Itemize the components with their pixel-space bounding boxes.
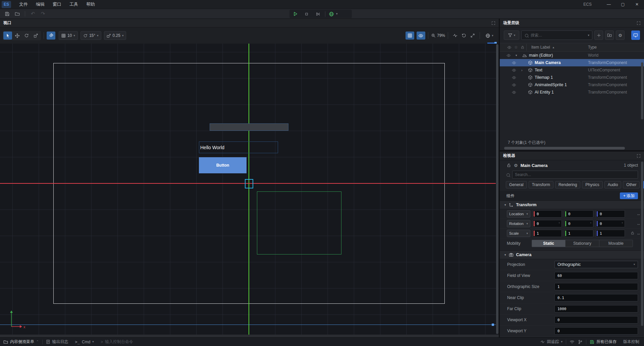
field-of-view-field[interactable] <box>554 272 638 279</box>
output-log-button[interactable]: 输出日志 <box>43 339 72 345</box>
scale-dropdown[interactable]: Scale ▾ <box>507 230 530 237</box>
blue-guide-handle[interactable] <box>492 324 494 326</box>
link-axes-icon[interactable]: ↔ <box>637 212 641 216</box>
scale-x-field[interactable] <box>533 230 562 237</box>
tab-rendering[interactable]: Rendering <box>555 181 580 188</box>
lock-scale-icon[interactable] <box>631 231 635 235</box>
visibility-column-icon[interactable] <box>507 45 512 50</box>
add-entity-button[interactable] <box>594 31 603 40</box>
menu-help[interactable]: 帮助 <box>82 0 99 9</box>
viewport-x-field[interactable] <box>554 316 638 324</box>
text-entity[interactable]: Hello World <box>199 141 278 153</box>
table-row-selected[interactable]: Main Camera TransformComponent <box>500 59 644 66</box>
table-row[interactable]: AnimatedSprite 1 TransformComponent <box>500 81 644 89</box>
fullscreen-icon[interactable] <box>637 154 641 158</box>
scale-y-field[interactable] <box>564 230 593 237</box>
rotation-x-field[interactable]: ° <box>533 220 562 227</box>
column-type[interactable]: Type <box>588 45 597 50</box>
menu-tools[interactable]: 工具 <box>65 0 82 9</box>
rotation-dropdown[interactable]: Rotation ▾ <box>507 220 530 227</box>
location-z-field[interactable] <box>596 210 625 218</box>
visibility-icon[interactable] <box>512 90 516 95</box>
stop-button[interactable] <box>301 10 312 18</box>
hierarchy-settings-button[interactable]: ⚙ <box>616 31 625 40</box>
far-clip-field[interactable] <box>554 305 638 312</box>
content-drawer-button[interactable]: 内容侧滑菜单 ⌃ <box>0 339 42 345</box>
table-row[interactable]: Tilemap 1 TransformComponent <box>500 74 644 81</box>
snap-toggle-button[interactable] <box>47 32 55 40</box>
chevron-right-icon[interactable]: › <box>521 68 523 72</box>
link-axes-icon[interactable]: ↔ <box>637 231 641 236</box>
projection-select[interactable]: Orthographic ▾ <box>554 261 638 268</box>
tab-physics[interactable]: Physics <box>582 181 602 188</box>
scale-tool-button[interactable] <box>32 32 40 40</box>
visibility-icon[interactable] <box>506 53 511 58</box>
tab-audio[interactable]: Audio <box>604 181 622 188</box>
play-button[interactable] <box>289 10 301 18</box>
rotation-snap-dropdown[interactable]: 15° ▾ <box>80 31 101 40</box>
tab-other[interactable]: Other <box>623 181 640 188</box>
unlock-icon[interactable] <box>506 163 511 168</box>
zoom-icon[interactable] <box>431 33 436 38</box>
save-button[interactable] <box>3 10 11 17</box>
mobility-static[interactable]: Static <box>532 240 566 247</box>
version-control-button[interactable]: 版本控制 <box>620 339 644 345</box>
transform-section-header[interactable]: ▾ Transform <box>500 200 644 209</box>
console-command-input[interactable]: > 输入控制台命令 <box>97 339 137 345</box>
select-tool-button[interactable] <box>3 32 12 40</box>
location-dropdown[interactable]: Location ▾ <box>507 210 530 218</box>
location-y-field[interactable] <box>564 210 593 218</box>
gear-icon[interactable]: ⚙ <box>514 163 518 168</box>
chevron-down-icon[interactable]: ▾ <box>588 34 589 37</box>
cmd-dropdown[interactable]: >_ Cmd ▾ <box>72 340 97 344</box>
maximize-button[interactable]: ▢ <box>616 0 630 9</box>
source-control-branch-icon[interactable] <box>578 340 586 344</box>
hierarchy-horizontal-scrollbar[interactable] <box>500 147 644 150</box>
grid-snap-dropdown[interactable]: 10 ▾ <box>59 31 78 40</box>
menu-file[interactable]: 文件 <box>15 0 32 9</box>
move-tool-button[interactable] <box>13 32 21 40</box>
show-gizmos-button[interactable] <box>417 32 425 40</box>
orthographic-size-field[interactable] <box>554 283 638 290</box>
visibility-icon[interactable] <box>512 61 516 65</box>
mobility-movable[interactable]: Movable <box>599 240 633 247</box>
new-folder-button[interactable] <box>605 31 614 40</box>
fullscreen-icon[interactable] <box>637 21 641 25</box>
inspector-vertical-scrollbar[interactable] <box>641 162 643 326</box>
undo-button[interactable]: ↶ <box>29 10 37 17</box>
lock-column-icon[interactable] <box>521 45 525 49</box>
viewport-y-field[interactable] <box>554 327 638 335</box>
scale-z-field[interactable] <box>596 230 625 237</box>
stats-button[interactable] <box>451 32 460 40</box>
rotation-z-field[interactable]: ° <box>596 220 625 227</box>
save-status[interactable]: 所有已保存 <box>586 339 620 345</box>
camera-selection-box[interactable] <box>245 179 253 188</box>
visibility-icon[interactable] <box>512 83 516 87</box>
mobility-stationary[interactable]: Stationary <box>566 240 599 247</box>
table-row[interactable]: ▾ main (Editor) World <box>500 52 644 59</box>
step-button[interactable] <box>312 10 324 18</box>
close-button[interactable]: ✕ <box>630 0 644 9</box>
viewport-vertical-scrollbar[interactable] <box>496 44 498 334</box>
display-mode-button[interactable] <box>631 31 640 40</box>
column-item-label[interactable]: Item Label ▲ <box>526 45 555 50</box>
scene-canvas[interactable]: Hello World Button x <box>0 44 499 337</box>
open-folder-button[interactable] <box>13 10 21 17</box>
chevron-down-icon[interactable]: ▾ <box>336 12 338 15</box>
network-globe-button[interactable] <box>327 10 336 18</box>
show-grid-button[interactable] <box>406 32 414 40</box>
app-logo[interactable]: ES <box>2 1 11 8</box>
fullscreen-icon[interactable] <box>491 21 495 25</box>
panel-entity[interactable] <box>210 123 288 131</box>
hierarchy-search[interactable]: ▾ <box>521 31 592 40</box>
location-x-field[interactable] <box>533 210 562 218</box>
menu-window[interactable]: 窗口 <box>49 0 65 9</box>
visibility-icon[interactable] <box>512 68 516 72</box>
world-globe-dropdown[interactable]: ▾ <box>483 32 496 40</box>
rotate-tool-button[interactable] <box>22 32 31 40</box>
menu-edit[interactable]: 编辑 <box>32 0 49 9</box>
link-axes-icon[interactable]: ↔ <box>637 221 641 226</box>
hierarchy-vertical-scrollbar[interactable] <box>641 62 643 119</box>
scale-snap-dropdown[interactable]: 0.25 ▾ <box>104 31 126 40</box>
table-row[interactable]: › Text UITextComponent <box>500 66 644 74</box>
